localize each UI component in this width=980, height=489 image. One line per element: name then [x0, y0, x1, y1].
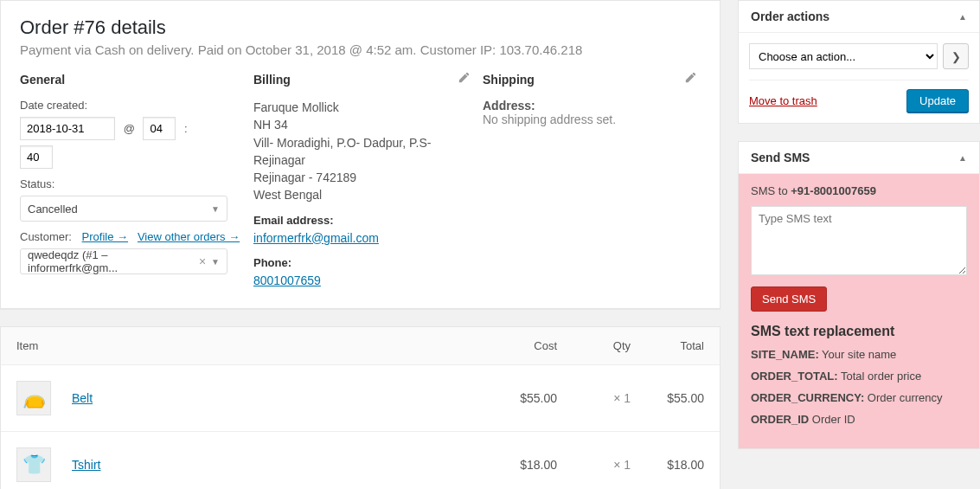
- customer-value: qwedeqdz (#1 – informerfrk@gm...: [28, 248, 199, 274]
- sms-replacement-heading: SMS text replacement: [751, 324, 967, 339]
- col-item: Item: [16, 339, 484, 352]
- item-qty: × 1: [557, 458, 631, 472]
- sms-to-number: +91-8001007659: [791, 184, 876, 197]
- general-heading: General: [20, 73, 245, 87]
- billing-line1: NH 34: [253, 116, 474, 133]
- col-qty: Qty: [557, 339, 631, 352]
- send-sms-title: Send SMS: [751, 151, 810, 164]
- general-column: General Date created: @ : Status: Canc: [20, 73, 245, 289]
- collapse-icon[interactable]: ▲: [958, 153, 967, 163]
- order-subtitle: Payment via Cash on delivery. Paid on Oc…: [20, 42, 701, 57]
- item-total: $18.00: [631, 458, 704, 472]
- move-to-trash-link[interactable]: Move to trash: [749, 94, 817, 107]
- billing-heading: Billing: [253, 73, 474, 87]
- chevron-right-icon: ❯: [951, 50, 961, 63]
- item-qty: × 1: [557, 391, 631, 405]
- shipping-address-value: No shipping address set.: [483, 113, 701, 126]
- item-cost: $55.00: [484, 391, 557, 405]
- date-created-input[interactable]: [20, 117, 115, 140]
- colon-symbol: :: [179, 122, 188, 135]
- phone-label: Phone:: [253, 255, 474, 272]
- edit-billing-icon[interactable]: [457, 73, 469, 87]
- at-symbol: @: [118, 122, 140, 135]
- minute-input[interactable]: [20, 145, 53, 169]
- apply-action-button[interactable]: ❯: [943, 43, 969, 69]
- order-action-select[interactable]: Choose an action...: [749, 43, 938, 69]
- chevron-down-icon: ▼: [211, 204, 220, 214]
- col-total: Total: [631, 339, 704, 352]
- customer-label: Customer:: [20, 230, 72, 243]
- order-actions-header[interactable]: Order actions ▲: [739, 1, 979, 33]
- billing-phone-link[interactable]: 8001007659: [253, 273, 321, 287]
- billing-line2: Vill- Moradighi, P.O- Dadpur, P.S- Rejin…: [253, 134, 474, 170]
- col-cost: Cost: [484, 339, 557, 352]
- billing-column: Billing Faruque Mollick NH 34 Vill- Mora…: [253, 73, 474, 289]
- send-sms-header[interactable]: Send SMS ▲: [739, 142, 979, 174]
- item-total: $55.00: [631, 391, 704, 405]
- sms-replacement-item: SITE_NAME: Your site name: [751, 348, 967, 361]
- send-sms-button[interactable]: Send SMS: [751, 286, 827, 312]
- chevron-down-icon: ▼: [211, 257, 220, 267]
- sms-replacement-item: ORDER_CURRENCY: Order currency: [751, 391, 967, 404]
- status-value: Cancelled: [28, 203, 78, 216]
- item-thumbnail[interactable]: 👝: [16, 381, 51, 415]
- shipping-heading: Shipping: [483, 73, 701, 87]
- status-label: Status:: [20, 177, 245, 190]
- edit-shipping-icon[interactable]: [683, 73, 695, 87]
- billing-name: Faruque Mollick: [253, 99, 474, 116]
- clear-customer-icon[interactable]: ×: [199, 254, 206, 268]
- sms-replacement-item: ORDER_ID Order ID: [751, 413, 967, 426]
- customer-select[interactable]: qwedeqdz (#1 – informerfrk@gm... × ▼: [20, 248, 227, 274]
- billing-email-link[interactable]: informerfrk@gmail.com: [253, 231, 379, 245]
- update-button[interactable]: Update: [906, 89, 969, 113]
- hour-input[interactable]: [143, 117, 176, 140]
- item-thumbnail[interactable]: 👕: [16, 447, 51, 482]
- order-items-panel: Item Cost Qty Total 👝 Belt $55.00 × 1 $5…: [0, 326, 721, 489]
- sms-replacement-item: ORDER_TOTAL: Total order price: [751, 370, 967, 383]
- order-actions-panel: Order actions ▲ Choose an action... ❯ Mo…: [738, 0, 980, 124]
- shipping-address-label: Address:: [483, 99, 701, 113]
- billing-line3: Rejinagar - 742189: [253, 169, 474, 186]
- send-sms-panel: Send SMS ▲ SMS to +91-8001007659 Send SM…: [738, 141, 980, 449]
- sms-text-input[interactable]: [751, 206, 967, 275]
- item-name-link[interactable]: Belt: [72, 391, 93, 405]
- profile-link[interactable]: Profile →: [82, 230, 128, 243]
- table-row: 👝 Belt $55.00 × 1 $55.00: [1, 365, 720, 432]
- email-label: Email address:: [253, 213, 474, 229]
- table-row: 👕 Tshirt $18.00 × 1 $18.00: [1, 432, 720, 489]
- view-other-orders-link[interactable]: View other orders →: [138, 230, 240, 243]
- item-cost: $18.00: [484, 458, 557, 472]
- billing-state: West Bengal: [253, 186, 474, 203]
- order-details-panel: Order #76 details Payment via Cash on de…: [0, 0, 721, 309]
- sms-to-line: SMS to +91-8001007659: [751, 184, 967, 197]
- date-created-label: Date created:: [20, 99, 245, 112]
- shipping-column: Shipping Address: No shipping address se…: [483, 73, 701, 289]
- item-name-link[interactable]: Tshirt: [72, 458, 100, 472]
- collapse-icon[interactable]: ▲: [958, 12, 967, 22]
- order-title: Order #76 details: [20, 16, 701, 39]
- status-select[interactable]: Cancelled ▼: [20, 196, 227, 222]
- order-actions-title: Order actions: [751, 10, 829, 23]
